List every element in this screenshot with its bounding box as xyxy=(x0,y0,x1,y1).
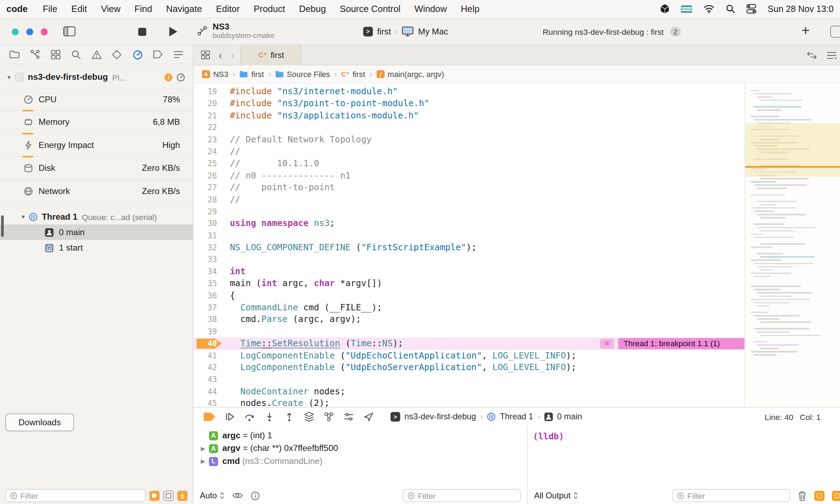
line-number[interactable]: 45 xyxy=(193,398,222,407)
scheme-selector[interactable]: NS3 buildsystem-cmake xyxy=(197,22,274,40)
stat-row-energy-impact[interactable]: Energy ImpactHigh xyxy=(0,134,193,157)
code-line-36[interactable]: 36{ xyxy=(193,290,744,302)
code-line-19[interactable]: 19#include "ns3/internet-module.h" xyxy=(193,86,744,98)
variable-row-cmd[interactable]: ▶Lcmd (ns3::CommandLine) xyxy=(198,455,527,468)
menu-item-debug[interactable]: Debug xyxy=(299,4,326,14)
traffic-light-close-button[interactable] xyxy=(12,28,19,35)
toggle-navigator-icon[interactable] xyxy=(63,26,76,37)
code-line-21[interactable]: 21#include "ns3/applications-module.h" xyxy=(193,110,744,122)
navigator-filter-input[interactable] xyxy=(20,491,141,500)
line-number[interactable]: 32 xyxy=(193,242,222,254)
line-number[interactable]: 35 xyxy=(193,278,222,290)
code-line-34[interactable]: 34int xyxy=(193,266,744,278)
test-navigator-icon[interactable] xyxy=(111,49,123,60)
breakpoint-navigator-icon[interactable] xyxy=(152,49,164,60)
line-number[interactable]: 42 xyxy=(193,362,222,374)
disclosure-triangle-icon[interactable]: ▶ xyxy=(198,445,208,452)
keyboard-layout-icon[interactable] xyxy=(681,5,692,12)
line-number[interactable]: 38 xyxy=(193,314,222,325)
menu-item-find[interactable]: Find xyxy=(134,4,152,14)
environment-overrides-button[interactable] xyxy=(343,412,354,422)
project-navigator-icon[interactable] xyxy=(8,49,20,60)
code-line-35[interactable]: 35main (int argc, char *argv[]) xyxy=(193,278,744,290)
traffic-light-zoom-button[interactable] xyxy=(41,28,48,35)
console-pane-button[interactable] xyxy=(814,490,825,500)
line-number[interactable]: 24 xyxy=(193,146,222,158)
line-number[interactable]: 20 xyxy=(193,98,222,110)
code-line-29[interactable]: 29 xyxy=(193,206,744,218)
quick-look-icon[interactable] xyxy=(232,492,243,499)
debug-process-label[interactable]: ns3-dev-first-debug xyxy=(405,412,476,421)
code-line-24[interactable]: 24// xyxy=(193,146,744,158)
scope-popup[interactable]: Auto xyxy=(200,491,225,500)
clear-console-icon[interactable] xyxy=(798,490,807,500)
variables-filter-field[interactable] xyxy=(403,489,521,502)
line-number[interactable]: 28 xyxy=(193,194,222,206)
app-menu[interactable]: code xyxy=(6,4,27,14)
line-number[interactable]: 36 xyxy=(193,290,222,302)
memory-graph-button[interactable] xyxy=(324,412,334,422)
code-line-31[interactable]: 31 xyxy=(193,230,744,241)
debug-view-hierarchy-button[interactable] xyxy=(304,412,314,422)
show-breakpointed-only-button[interactable] xyxy=(149,490,160,500)
source-editor[interactable]: 19#include "ns3/internet-module.h"20#inc… xyxy=(193,84,744,407)
code-line-28[interactable]: 28// xyxy=(193,194,744,206)
stat-row-memory[interactable]: Memory6,8 MB xyxy=(0,111,193,134)
performance-gauge-icon[interactable] xyxy=(176,73,185,82)
line-number[interactable]: 26 xyxy=(193,170,222,182)
console-filter-field[interactable] xyxy=(672,489,790,502)
source-control-navigator-icon[interactable] xyxy=(29,49,41,60)
line-number[interactable]: 34 xyxy=(193,266,222,278)
go-forward-icon[interactable]: › xyxy=(231,50,234,60)
debug-navigator-icon[interactable] xyxy=(131,49,143,60)
breadcrumb-item-4[interactable]: fmain(argc, argv) xyxy=(376,70,444,78)
code-line-44[interactable]: 44 NodeContainer nodes; xyxy=(193,386,744,398)
breadcrumb-item-2[interactable]: Source Files xyxy=(275,70,330,78)
code-line-26[interactable]: 26// n0 -------------- n1 xyxy=(193,170,744,182)
line-number[interactable]: 19 xyxy=(193,86,222,98)
code-review-icon[interactable] xyxy=(807,51,817,59)
menu-item-help[interactable]: Help xyxy=(461,4,479,14)
report-navigator-icon[interactable] xyxy=(173,49,185,60)
run-destination-selector[interactable]: > first › My Mac xyxy=(363,26,448,37)
downloads-button[interactable]: Downloads xyxy=(5,414,74,431)
activity-viewer[interactable]: Running ns3-dev-first-debug : first 2 xyxy=(543,27,681,36)
traffic-light-minimize-button[interactable] xyxy=(26,28,33,35)
disclosure-down-icon[interactable]: ▾ xyxy=(21,213,25,221)
code-line-38[interactable]: 38 cmd.Parse (argc, argv); xyxy=(193,314,744,325)
sidebar-scrollbar[interactable] xyxy=(1,215,4,237)
go-back-icon[interactable]: ‹ xyxy=(219,50,222,60)
show-running-only-button[interactable] xyxy=(177,490,188,500)
step-into-button[interactable] xyxy=(264,412,274,422)
line-number[interactable]: 40 xyxy=(193,338,222,350)
editor-mode-button[interactable] xyxy=(831,26,840,38)
cube-icon[interactable] xyxy=(660,4,670,14)
code-line-30[interactable]: 30using namespace ns3; xyxy=(193,218,744,230)
related-items-icon[interactable] xyxy=(201,50,210,59)
continue-button[interactable] xyxy=(225,412,235,422)
console-view[interactable]: (lldb) All Output xyxy=(528,426,840,504)
breadcrumb-item-0[interactable]: ANS3 xyxy=(202,70,228,78)
debug-thread-label[interactable]: Thread 1 xyxy=(500,412,533,421)
run-button[interactable] xyxy=(168,26,178,38)
code-line-45[interactable]: 45 nodes.Create (2); xyxy=(193,398,744,407)
line-number[interactable]: 41 xyxy=(193,350,222,362)
menu-item-navigate[interactable]: Navigate xyxy=(166,4,202,14)
minimap-visible-region[interactable] xyxy=(745,123,840,177)
breadcrumb-item-3[interactable]: C⁺first xyxy=(341,70,365,78)
code-line-39[interactable]: 39 xyxy=(193,325,744,337)
code-line-32[interactable]: 32NS_LOG_COMPONENT_DEFINE ("FirstScriptE… xyxy=(193,242,744,254)
code-line-40[interactable]: 40 Time::SetResolution (Time::NS);≡Threa… xyxy=(193,338,744,350)
process-row[interactable]: ▾ ns3-dev-first-debug Pl... i xyxy=(0,70,193,85)
disclosure-down-icon[interactable]: ▾ xyxy=(7,73,11,81)
line-number[interactable]: 29 xyxy=(193,206,222,218)
find-navigator-icon[interactable] xyxy=(70,49,82,60)
line-number[interactable]: 30 xyxy=(193,218,222,230)
code-line-33[interactable]: 33 xyxy=(193,254,744,266)
menu-item-product[interactable]: Product xyxy=(254,4,285,14)
console-filter-input[interactable] xyxy=(687,491,786,500)
code-line-25[interactable]: 25// 10.1.1.0 xyxy=(193,158,744,170)
line-number[interactable]: 23 xyxy=(193,134,222,146)
line-number[interactable]: 33 xyxy=(193,254,222,266)
variable-row-argc[interactable]: Aargc = (int) 1 xyxy=(198,429,527,442)
